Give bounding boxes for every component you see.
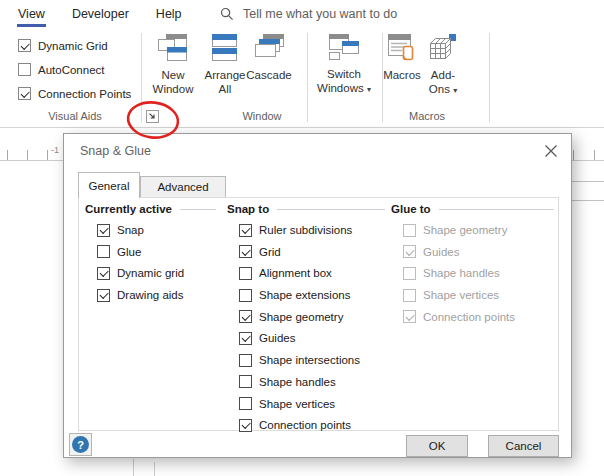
tab-general[interactable]: General [78, 172, 140, 198]
checkbox-label: Dynamic Grid [38, 40, 108, 52]
add-ons-icon [428, 34, 458, 62]
new-window-button[interactable]: New Window [147, 34, 199, 96]
dialog-checkbox-row[interactable]: Glue [97, 245, 184, 259]
ribbon-checkbox-row[interactable]: Connection Points [18, 86, 131, 101]
dialog-checkbox-row[interactable]: Ruler subdivisions [239, 223, 360, 237]
help-button[interactable]: ? [69, 433, 92, 456]
dialog-title: Snap & Glue [80, 144, 151, 158]
checkbox-label: Grid [259, 246, 281, 258]
dialog-checkbox-row[interactable]: Alignment box [239, 266, 360, 280]
checkbox-icon [239, 267, 252, 280]
ok-button[interactable]: OK [406, 435, 468, 457]
checkbox-icon [18, 63, 31, 76]
switch-windows-text: Switch Windows [317, 68, 364, 94]
macros-button[interactable]: Macros [381, 34, 423, 82]
ribbon-checkbox-row[interactable]: AutoConnect [18, 62, 131, 77]
checkbox-icon [239, 419, 252, 432]
dialog-checkbox-row[interactable]: Connection points [239, 418, 360, 432]
switch-windows-button[interactable]: Switch Windows ▾ [312, 34, 376, 97]
close-button[interactable] [544, 144, 558, 158]
checkbox-label: Connection points [423, 311, 515, 323]
checkbox-label: Alignment box [259, 267, 332, 279]
macros-group-label: Macros [384, 110, 470, 122]
visio-window: View Developer Help Tell me what you wan… [0, 0, 604, 476]
dialog-checkbox-row[interactable]: Snap [97, 223, 184, 237]
group-separator [489, 33, 490, 122]
search-icon [220, 7, 234, 21]
cancel-button[interactable]: Cancel [488, 435, 559, 457]
chevron-down-icon: ▾ [453, 86, 457, 95]
tab-help[interactable]: Help [155, 0, 183, 28]
checkbox-icon [18, 87, 31, 100]
dialog-checkbox-row: Guides [403, 245, 515, 259]
checkbox-icon [403, 245, 416, 258]
canvas-gridline [572, 200, 604, 201]
ruler-tick [573, 150, 574, 160]
ruler-tick [27, 150, 28, 160]
ruler-number: -1 [51, 145, 59, 155]
dialog-checkbox-row[interactable]: Shape vertices [239, 397, 360, 411]
macros-icon [388, 34, 416, 62]
dialog-checkbox-row[interactable]: Dynamic grid [97, 266, 184, 280]
group-separator [141, 33, 142, 122]
dialog-launcher-icon [146, 110, 159, 123]
checkbox-label: Snap [117, 224, 144, 236]
heading-rule [439, 209, 554, 210]
cascade-icon [255, 34, 284, 62]
checkbox-icon [97, 224, 110, 237]
visual-aids-dialog-launcher[interactable] [146, 109, 159, 122]
dialog-checkbox-row[interactable]: Drawing aids [97, 288, 184, 302]
snap-glue-dialog: Snap & Glue General Advanced Currently a… [63, 133, 572, 458]
tell-me-search[interactable]: Tell me what you want to do [220, 0, 397, 28]
macros-label: Macros [383, 68, 421, 82]
tab-help-label: Help [156, 7, 182, 21]
checkbox-label: Drawing aids [117, 289, 183, 301]
visual-aids-group-label: Visual Aids [20, 110, 130, 122]
tab-view[interactable]: View [17, 0, 46, 28]
dialog-checkbox-row[interactable]: Grid [239, 245, 360, 259]
glue-to-heading: Glue to [391, 203, 554, 215]
dialog-checkbox-row[interactable]: Shape handles [239, 375, 360, 389]
checkbox-icon [239, 332, 252, 345]
window-group-label: Window [190, 110, 334, 122]
switch-windows-label: Switch Windows ▾ [312, 67, 376, 97]
glue-to-list: Shape geometry Guides Shape handles Shap… [403, 223, 515, 331]
checkbox-icon [403, 310, 416, 323]
dialog-checkbox-row[interactable]: Shape intersections [239, 353, 360, 367]
new-window-icon [158, 34, 188, 62]
canvas-gridline [133, 459, 134, 476]
tab-advanced[interactable]: Advanced [140, 176, 226, 198]
checkbox-label: Guides [259, 332, 295, 344]
tell-me-text: Tell me what you want to do [243, 7, 397, 21]
ribbon-checkbox-row[interactable]: Dynamic Grid [18, 38, 131, 53]
tab-developer[interactable]: Developer [71, 0, 130, 28]
close-icon [544, 144, 558, 158]
checkbox-icon [97, 245, 110, 258]
cascade-button[interactable]: Cascade [242, 34, 296, 82]
dialog-checkbox-row: Shape geometry [403, 223, 515, 237]
tab-advanced-label: Advanced [157, 181, 208, 193]
snap-to-heading: Snap to [227, 203, 385, 215]
ruler-tick [47, 150, 48, 160]
new-window-label: New Window [147, 68, 199, 96]
checkbox-label: Shape geometry [259, 311, 343, 323]
add-ons-button[interactable]: Add-Ons ▾ [425, 34, 461, 98]
tab-general-label: General [89, 180, 130, 192]
currently-active-list: Snap Glue Dynamic grid Drawing aids [97, 223, 184, 310]
checkbox-label: AutoConnect [38, 64, 105, 76]
chevron-down-icon: ▾ [367, 85, 371, 94]
glue-to-heading-text: Glue to [391, 203, 431, 215]
help-icon: ? [72, 436, 89, 453]
checkbox-label: Glue [117, 246, 141, 258]
dialog-checkbox-row[interactable]: Shape geometry [239, 310, 360, 324]
checkbox-label: Ruler subdivisions [259, 224, 352, 236]
heading-rule [277, 209, 385, 210]
checkbox-icon [403, 267, 416, 280]
tab-view-label: View [18, 7, 45, 21]
checkbox-icon [239, 375, 252, 388]
dialog-checkbox-row[interactable]: Guides [239, 331, 360, 345]
dialog-checkbox-row: Shape handles [403, 266, 515, 280]
dialog-checkbox-row[interactable]: Shape extensions [239, 288, 360, 302]
add-ons-label: Add-Ons ▾ [425, 68, 461, 98]
visual-aids-group: Dynamic Grid AutoConnect Connection Poin… [18, 38, 131, 110]
